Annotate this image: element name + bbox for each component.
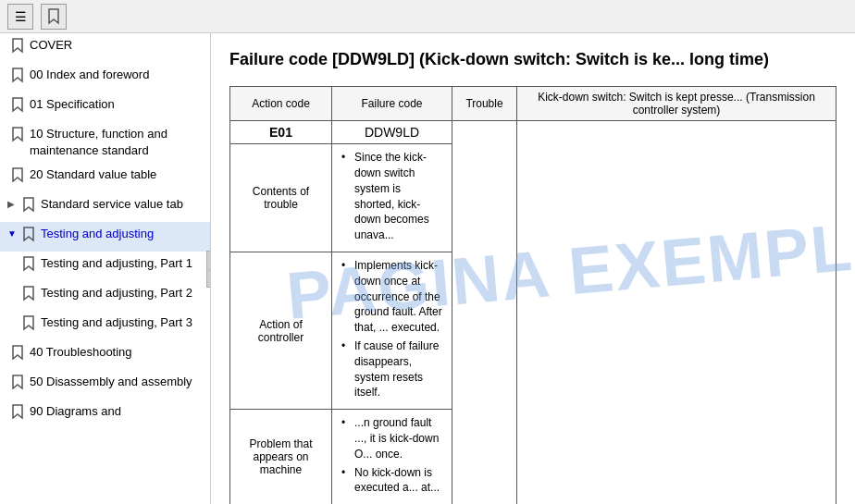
- col-header-failure: Failure code: [332, 87, 452, 121]
- bookmark-icon: [11, 375, 24, 391]
- sidebar-item-testing-1[interactable]: Testing and adjusting, Part 1: [0, 252, 210, 281]
- expand-arrow-icon: ▼: [7, 227, 19, 240]
- col-header-trouble-desc: Kick-down switch: Switch is kept presse.…: [517, 87, 836, 121]
- sidebar-item-label: 01 Specification: [30, 96, 115, 113]
- toolbar: ☰: [0, 0, 855, 33]
- row-label-action: Action of controller: [230, 252, 332, 409]
- expand-arrow-icon: ▶: [7, 198, 19, 210]
- bookmark-icon: [11, 38, 24, 55]
- sidebar-item-label: 40 Troubleshooting: [30, 344, 132, 361]
- row-content-action: Implements kick-down once at occurrence …: [332, 252, 452, 409]
- failure-table: Action code Failure code Trouble Kick-do…: [229, 86, 836, 504]
- bookmark-icon: [11, 68, 24, 84]
- sidebar-item-label: 00 Index and foreword: [30, 67, 149, 83]
- menu-button[interactable]: ☰: [7, 4, 33, 30]
- row-label-contents: Contents of trouble: [230, 144, 332, 252]
- main-layout: COVER 00 Index and foreword 01 Specifica…: [0, 33, 855, 504]
- sidebar-item-label: 10 Structure, function and maintenance s…: [30, 126, 203, 159]
- sidebar-item-label: 20 Standard value table: [30, 166, 156, 183]
- sidebar-item-label: COVER: [30, 37, 72, 54]
- sidebar-item-label: Testing and adjusting, Part 3: [41, 314, 192, 331]
- bookmark-icon: [22, 315, 35, 332]
- bookmark-icon: [22, 286, 35, 302]
- row-content-problem: ...n ground fault ..., it is kick-down O…: [332, 410, 452, 504]
- sidebar-item-testing-adj[interactable]: ▼ Testing and adjusting: [0, 222, 210, 252]
- bookmark-icon: [22, 227, 35, 243]
- sidebar-item-testing-3[interactable]: Testing and adjusting, Part 3: [0, 311, 210, 340]
- sidebar-item-label: 90 Diagrams and: [30, 403, 121, 420]
- sidebar-item-label: Testing and adjusting, Part 2: [41, 285, 192, 301]
- sidebar-item-00-index[interactable]: 00 Index and foreword: [0, 63, 210, 92]
- action-code-value: E01: [230, 121, 332, 144]
- bookmark-icon: [11, 404, 24, 421]
- sidebar-item-40-trouble[interactable]: 40 Troubleshooting: [0, 340, 210, 370]
- col-header-trouble-label: Trouble: [452, 87, 517, 121]
- bookmark-icon: [11, 97, 24, 114]
- app-container: ☰ COVER 00 Index and foreword: [0, 0, 855, 504]
- col-header-action: Action code: [230, 87, 332, 121]
- row-content-contents: Since the kick-down switch system is sho…: [332, 144, 452, 252]
- sidebar-item-label: Standard service value tab: [41, 196, 183, 213]
- bookmark-icon: [11, 127, 24, 143]
- failure-code-value: DDW9LD: [332, 121, 452, 144]
- content-area: PAGINA EXEMPLU Failure code [DDW9LD] (Ki…: [211, 33, 855, 504]
- bookmark-button[interactable]: [41, 4, 67, 30]
- sidebar-item-90-diagrams[interactable]: 90 Diagrams and: [0, 400, 210, 429]
- sidebar-item-label: Testing and adjusting, Part 1: [41, 255, 192, 272]
- sidebar-item-cover[interactable]: COVER: [0, 33, 210, 63]
- sidebar-item-20-standard[interactable]: 20 Standard value table: [0, 163, 210, 192]
- sidebar-item-10-structure[interactable]: 10 Structure, function and maintenance s…: [0, 122, 210, 163]
- sidebar: COVER 00 Index and foreword 01 Specifica…: [0, 33, 211, 504]
- sidebar-item-01-spec[interactable]: 01 Specification: [0, 92, 210, 122]
- row-label-problem: Problem that appears on machine: [230, 410, 332, 504]
- sidebar-item-testing-2[interactable]: Testing and adjusting, Part 2: [0, 281, 210, 311]
- sidebar-item-standard-service[interactable]: ▶ Standard service value tab: [0, 192, 210, 222]
- bookmark-icon: [11, 167, 24, 184]
- sidebar-item-label: Testing and adjusting: [41, 226, 154, 242]
- sidebar-item-label: 50 Disassembly and assembly: [30, 374, 192, 390]
- sidebar-item-50-disassembly[interactable]: 50 Disassembly and assembly: [0, 370, 210, 400]
- page-title: Failure code [DDW9LD] (Kick-down switch:…: [229, 48, 836, 71]
- bookmark-icon: [22, 197, 35, 214]
- bookmark-icon: [11, 345, 24, 362]
- bookmark-icon: [22, 256, 35, 273]
